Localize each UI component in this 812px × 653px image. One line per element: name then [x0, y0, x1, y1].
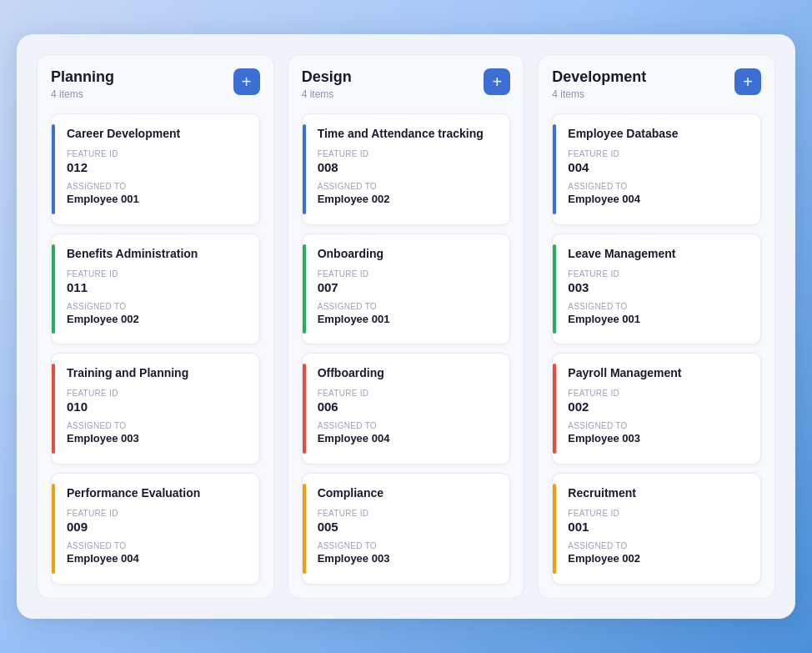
card-card-time-attendance[interactable]: Time and Attendance trackingFeature ID00… — [302, 113, 511, 225]
feature-id-label-card-leave-mgmt: Feature ID — [568, 269, 749, 279]
card-title-card-recruitment: Recruitment — [568, 485, 749, 500]
assigned-label-card-training: Assigned To — [67, 421, 248, 430]
column-title-design: Design — [302, 68, 352, 87]
feature-id-value-card-leave-mgmt: 003 — [568, 280, 749, 295]
assigned-label-card-performance: Assigned To — [67, 541, 248, 550]
card-card-performance[interactable]: Performance EvaluationFeature ID009Assig… — [51, 473, 260, 585]
column-development: Development4 items+Employee DatabaseFeat… — [538, 54, 775, 599]
assigned-label-card-benefits: Assigned To — [67, 302, 248, 311]
assigned-value-card-offboarding: Employee 004 — [318, 432, 499, 445]
card-card-compliance[interactable]: ComplianceFeature ID005Assigned ToEmploy… — [302, 473, 511, 585]
feature-id-label-card-career-dev: Feature ID — [67, 149, 248, 158]
column-header-development: Development4 items+ — [552, 68, 761, 100]
card-card-payroll[interactable]: Payroll ManagementFeature ID002Assigned … — [552, 353, 761, 465]
column-planning: Planning4 items+Career DevelopmentFeatur… — [37, 54, 274, 599]
card-card-recruitment[interactable]: RecruitmentFeature ID001Assigned ToEmplo… — [552, 473, 761, 585]
assigned-value-card-training: Employee 003 — [67, 432, 248, 445]
assigned-value-card-time-attendance: Employee 002 — [318, 193, 499, 206]
cards-list-development: Employee DatabaseFeature ID004Assigned T… — [552, 113, 761, 585]
assigned-label-card-payroll: Assigned To — [568, 421, 749, 430]
card-title-card-offboarding: Offboarding — [318, 365, 499, 380]
column-title-group-development: Development4 items — [552, 68, 646, 100]
assigned-label-card-compliance: Assigned To — [318, 541, 499, 550]
columns-wrapper: Planning4 items+Career DevelopmentFeatur… — [37, 54, 775, 599]
board-container: Planning4 items+Career DevelopmentFeatur… — [17, 34, 795, 619]
assigned-value-card-employee-db: Employee 004 — [568, 193, 749, 206]
assigned-value-card-career-dev: Employee 001 — [67, 193, 248, 206]
feature-id-value-card-benefits: 011 — [67, 280, 248, 295]
column-design: Design4 items+Time and Attendance tracki… — [288, 54, 525, 599]
assigned-label-card-onboarding: Assigned To — [318, 302, 499, 311]
card-title-card-time-attendance: Time and Attendance tracking — [318, 126, 499, 141]
feature-id-value-card-training: 010 — [67, 399, 248, 414]
assigned-value-card-onboarding: Employee 001 — [318, 313, 499, 326]
feature-id-label-card-payroll: Feature ID — [568, 389, 749, 398]
assigned-label-card-offboarding: Assigned To — [318, 421, 499, 430]
column-title-planning: Planning — [51, 68, 114, 87]
feature-id-label-card-benefits: Feature ID — [67, 269, 248, 279]
assigned-value-card-compliance: Employee 003 — [318, 552, 499, 565]
assigned-value-card-leave-mgmt: Employee 001 — [568, 313, 749, 326]
card-card-onboarding[interactable]: OnboardingFeature ID007Assigned ToEmploy… — [302, 234, 511, 345]
card-title-card-onboarding: Onboarding — [318, 246, 499, 261]
feature-id-value-card-career-dev: 012 — [67, 160, 248, 175]
assigned-label-card-leave-mgmt: Assigned To — [568, 302, 749, 311]
column-header-planning: Planning4 items+ — [51, 68, 260, 100]
assigned-label-card-employee-db: Assigned To — [568, 182, 749, 191]
feature-id-label-card-employee-db: Feature ID — [568, 149, 749, 158]
column-count-planning: 4 items — [51, 88, 114, 100]
feature-id-value-card-payroll: 002 — [568, 399, 749, 414]
feature-id-label-card-performance: Feature ID — [67, 509, 248, 518]
card-title-card-performance: Performance Evaluation — [67, 485, 248, 500]
assigned-value-card-recruitment: Employee 002 — [568, 552, 749, 565]
card-title-card-compliance: Compliance — [318, 485, 499, 500]
cards-list-planning: Career DevelopmentFeature ID012Assigned … — [51, 113, 260, 585]
card-card-career-dev[interactable]: Career DevelopmentFeature ID012Assigned … — [51, 113, 260, 225]
card-title-card-training: Training and Planning — [67, 365, 248, 380]
add-card-button-development[interactable]: + — [734, 68, 761, 95]
card-card-benefits[interactable]: Benefits AdministrationFeature ID011Assi… — [51, 234, 260, 345]
assigned-label-card-time-attendance: Assigned To — [318, 182, 499, 191]
column-title-group-planning: Planning4 items — [51, 68, 114, 100]
add-card-button-planning[interactable]: + — [233, 68, 260, 95]
card-title-card-leave-mgmt: Leave Management — [568, 246, 749, 261]
feature-id-value-card-recruitment: 001 — [568, 520, 749, 535]
card-title-card-career-dev: Career Development — [67, 126, 248, 141]
card-card-offboarding[interactable]: OffboardingFeature ID006Assigned ToEmplo… — [302, 353, 511, 465]
feature-id-value-card-onboarding: 007 — [318, 280, 499, 295]
assigned-value-card-benefits: Employee 002 — [67, 313, 248, 326]
feature-id-label-card-onboarding: Feature ID — [318, 269, 499, 279]
card-card-employee-db[interactable]: Employee DatabaseFeature ID004Assigned T… — [552, 113, 761, 225]
feature-id-value-card-time-attendance: 008 — [318, 160, 499, 175]
card-title-card-payroll: Payroll Management — [568, 365, 749, 380]
feature-id-value-card-offboarding: 006 — [318, 399, 499, 414]
card-card-leave-mgmt[interactable]: Leave ManagementFeature ID003Assigned To… — [552, 234, 761, 345]
feature-id-label-card-training: Feature ID — [67, 389, 248, 398]
feature-id-label-card-recruitment: Feature ID — [568, 509, 749, 518]
assigned-label-card-recruitment: Assigned To — [568, 541, 749, 550]
feature-id-label-card-time-attendance: Feature ID — [318, 149, 499, 158]
feature-id-value-card-performance: 009 — [67, 520, 248, 535]
column-title-group-design: Design4 items — [302, 68, 352, 100]
feature-id-value-card-employee-db: 004 — [568, 160, 749, 175]
feature-id-label-card-offboarding: Feature ID — [318, 389, 499, 398]
column-header-design: Design4 items+ — [302, 68, 511, 100]
assigned-value-card-performance: Employee 004 — [67, 552, 248, 565]
assigned-value-card-payroll: Employee 003 — [568, 432, 749, 445]
feature-id-value-card-compliance: 005 — [318, 520, 499, 535]
feature-id-label-card-compliance: Feature ID — [318, 509, 499, 518]
column-count-design: 4 items — [302, 88, 352, 100]
card-title-card-employee-db: Employee Database — [568, 126, 749, 141]
column-title-development: Development — [552, 68, 646, 87]
assigned-label-card-career-dev: Assigned To — [67, 182, 248, 191]
add-card-button-design[interactable]: + — [484, 68, 510, 95]
column-count-development: 4 items — [552, 88, 646, 100]
card-card-training[interactable]: Training and PlanningFeature ID010Assign… — [51, 353, 260, 465]
card-title-card-benefits: Benefits Administration — [67, 246, 248, 261]
cards-list-design: Time and Attendance trackingFeature ID00… — [302, 113, 511, 585]
